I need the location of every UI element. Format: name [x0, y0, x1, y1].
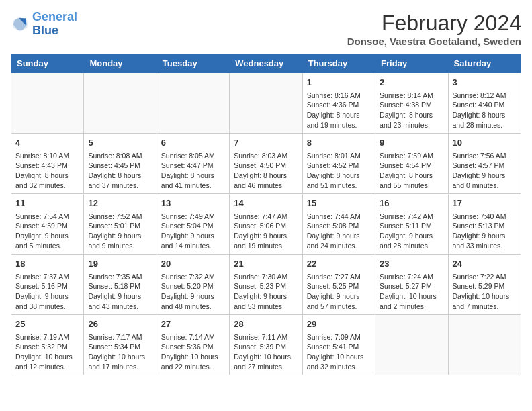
table-row: 18Sunrise: 7:37 AM Sunset: 5:16 PM Dayli…	[11, 255, 84, 315]
table-row: 15Sunrise: 7:44 AM Sunset: 5:08 PM Dayli…	[302, 194, 375, 255]
day-info: Sunrise: 7:11 AM Sunset: 5:39 PM Dayligh…	[234, 332, 298, 372]
day-info: Sunrise: 7:37 AM Sunset: 5:16 PM Dayligh…	[15, 272, 79, 312]
day-number: 29	[307, 318, 371, 331]
day-info: Sunrise: 7:32 AM Sunset: 5:20 PM Dayligh…	[161, 272, 225, 312]
day-number: 10	[453, 136, 517, 150]
table-row: 21Sunrise: 7:30 AM Sunset: 5:23 PM Dayli…	[230, 255, 302, 315]
day-info: Sunrise: 7:54 AM Sunset: 4:59 PM Dayligh…	[15, 212, 79, 251]
calendar-header-friday: Friday	[375, 54, 448, 73]
day-number: 28	[234, 318, 298, 331]
calendar-header-thursday: Thursday	[302, 54, 375, 73]
day-number: 8	[307, 136, 371, 150]
table-row: 1Sunrise: 8:16 AM Sunset: 4:36 PM Daylig…	[302, 73, 375, 134]
day-number: 23	[380, 257, 443, 271]
day-info: Sunrise: 7:47 AM Sunset: 5:06 PM Dayligh…	[234, 212, 298, 251]
table-row: 2Sunrise: 8:14 AM Sunset: 4:38 PM Daylig…	[375, 73, 448, 134]
day-info: Sunrise: 7:19 AM Sunset: 5:32 PM Dayligh…	[15, 332, 79, 372]
day-number: 7	[234, 136, 298, 150]
table-row: 16Sunrise: 7:42 AM Sunset: 5:11 PM Dayli…	[375, 194, 448, 255]
day-number: 3	[453, 76, 517, 89]
day-number: 13	[161, 197, 225, 210]
table-row	[11, 73, 84, 134]
day-info: Sunrise: 7:30 AM Sunset: 5:23 PM Dayligh…	[234, 272, 298, 312]
day-info: Sunrise: 7:59 AM Sunset: 4:54 PM Dayligh…	[380, 151, 443, 191]
table-row: 13Sunrise: 7:49 AM Sunset: 5:04 PM Dayli…	[157, 194, 229, 255]
table-row: 9Sunrise: 7:59 AM Sunset: 4:54 PM Daylig…	[375, 134, 448, 194]
generalblue-logo-icon	[11, 15, 30, 34]
calendar-week-1: 1Sunrise: 8:16 AM Sunset: 4:36 PM Daylig…	[11, 73, 521, 134]
table-row: 25Sunrise: 7:19 AM Sunset: 5:32 PM Dayli…	[11, 315, 84, 375]
table-row: 23Sunrise: 7:24 AM Sunset: 5:27 PM Dayli…	[375, 255, 448, 315]
title-area: February 2024 Donsoe, Vaestra Goetaland,…	[347, 11, 521, 47]
day-number: 20	[161, 257, 225, 271]
day-info: Sunrise: 7:14 AM Sunset: 5:36 PM Dayligh…	[161, 332, 225, 372]
calendar-week-4: 18Sunrise: 7:37 AM Sunset: 5:16 PM Dayli…	[11, 255, 521, 315]
day-number: 4	[15, 136, 79, 150]
day-info: Sunrise: 7:27 AM Sunset: 5:25 PM Dayligh…	[307, 272, 371, 312]
day-info: Sunrise: 7:49 AM Sunset: 5:04 PM Dayligh…	[161, 212, 225, 251]
table-row: 28Sunrise: 7:11 AM Sunset: 5:39 PM Dayli…	[230, 315, 302, 375]
table-row: 19Sunrise: 7:35 AM Sunset: 5:18 PM Dayli…	[84, 255, 157, 315]
calendar-table: SundayMondayTuesdayWednesdayThursdayFrid…	[11, 54, 521, 375]
table-row: 6Sunrise: 8:05 AM Sunset: 4:47 PM Daylig…	[157, 134, 229, 194]
day-number: 11	[15, 197, 79, 210]
calendar-header-saturday: Saturday	[448, 54, 521, 73]
day-info: Sunrise: 8:01 AM Sunset: 4:52 PM Dayligh…	[307, 151, 371, 191]
day-number: 14	[234, 197, 298, 210]
table-row	[157, 73, 229, 134]
day-number: 5	[88, 136, 152, 150]
day-info: Sunrise: 7:24 AM Sunset: 5:27 PM Dayligh…	[380, 272, 443, 312]
calendar-header-row: SundayMondayTuesdayWednesdayThursdayFrid…	[11, 54, 521, 73]
day-info: Sunrise: 8:03 AM Sunset: 4:50 PM Dayligh…	[234, 151, 298, 191]
table-row: 27Sunrise: 7:14 AM Sunset: 5:36 PM Dayli…	[157, 315, 229, 375]
calendar-week-3: 11Sunrise: 7:54 AM Sunset: 4:59 PM Dayli…	[11, 194, 521, 255]
table-row: 14Sunrise: 7:47 AM Sunset: 5:06 PM Dayli…	[230, 194, 302, 255]
table-row: 4Sunrise: 8:10 AM Sunset: 4:43 PM Daylig…	[11, 134, 84, 194]
day-number: 6	[161, 136, 225, 150]
table-row: 17Sunrise: 7:40 AM Sunset: 5:13 PM Dayli…	[448, 194, 521, 255]
day-number: 26	[88, 318, 152, 331]
table-row: 24Sunrise: 7:22 AM Sunset: 5:29 PM Dayli…	[448, 255, 521, 315]
day-info: Sunrise: 7:56 AM Sunset: 4:57 PM Dayligh…	[453, 151, 517, 191]
table-row: 12Sunrise: 7:52 AM Sunset: 5:01 PM Dayli…	[84, 194, 157, 255]
day-number: 21	[234, 257, 298, 271]
day-info: Sunrise: 7:17 AM Sunset: 5:34 PM Dayligh…	[88, 332, 152, 372]
day-info: Sunrise: 8:12 AM Sunset: 4:40 PM Dayligh…	[453, 91, 517, 130]
table-row	[375, 315, 448, 375]
day-info: Sunrise: 8:14 AM Sunset: 4:38 PM Dayligh…	[380, 91, 443, 130]
day-number: 9	[380, 136, 443, 150]
day-info: Sunrise: 7:22 AM Sunset: 5:29 PM Dayligh…	[453, 272, 517, 312]
table-row	[84, 73, 157, 134]
day-number: 24	[453, 257, 517, 271]
table-row: 7Sunrise: 8:03 AM Sunset: 4:50 PM Daylig…	[230, 134, 302, 194]
day-number: 17	[453, 197, 517, 210]
table-row: 11Sunrise: 7:54 AM Sunset: 4:59 PM Dayli…	[11, 194, 84, 255]
day-info: Sunrise: 8:05 AM Sunset: 4:47 PM Dayligh…	[161, 151, 225, 191]
logo-text: General Blue	[32, 11, 77, 38]
day-info: Sunrise: 7:42 AM Sunset: 5:11 PM Dayligh…	[380, 212, 443, 251]
day-number: 2	[380, 76, 443, 89]
day-info: Sunrise: 7:35 AM Sunset: 5:18 PM Dayligh…	[88, 272, 152, 312]
calendar-header-wednesday: Wednesday	[230, 54, 302, 73]
day-info: Sunrise: 7:09 AM Sunset: 5:41 PM Dayligh…	[307, 332, 371, 372]
day-number: 18	[15, 257, 79, 271]
table-row	[448, 315, 521, 375]
day-info: Sunrise: 7:52 AM Sunset: 5:01 PM Dayligh…	[88, 212, 152, 251]
logo-name-part1: General	[32, 10, 77, 24]
calendar-header-tuesday: Tuesday	[157, 54, 229, 73]
day-info: Sunrise: 7:40 AM Sunset: 5:13 PM Dayligh…	[453, 212, 517, 251]
table-row: 22Sunrise: 7:27 AM Sunset: 5:25 PM Dayli…	[302, 255, 375, 315]
day-info: Sunrise: 8:16 AM Sunset: 4:36 PM Dayligh…	[307, 91, 371, 130]
header: General Blue February 2024 Donsoe, Vaest…	[11, 11, 521, 47]
calendar-header-sunday: Sunday	[11, 54, 84, 73]
table-row: 29Sunrise: 7:09 AM Sunset: 5:41 PM Dayli…	[302, 315, 375, 375]
day-number: 12	[88, 197, 152, 210]
day-info: Sunrise: 8:10 AM Sunset: 4:43 PM Dayligh…	[15, 151, 79, 191]
main-title: February 2024	[347, 11, 521, 36]
logo-name-part2: Blue	[32, 24, 58, 37]
calendar-week-2: 4Sunrise: 8:10 AM Sunset: 4:43 PM Daylig…	[11, 134, 521, 194]
day-number: 22	[307, 257, 371, 271]
subtitle: Donsoe, Vaestra Goetaland, Sweden	[347, 36, 521, 47]
table-row: 5Sunrise: 8:08 AM Sunset: 4:45 PM Daylig…	[84, 134, 157, 194]
calendar-header-monday: Monday	[84, 54, 157, 73]
